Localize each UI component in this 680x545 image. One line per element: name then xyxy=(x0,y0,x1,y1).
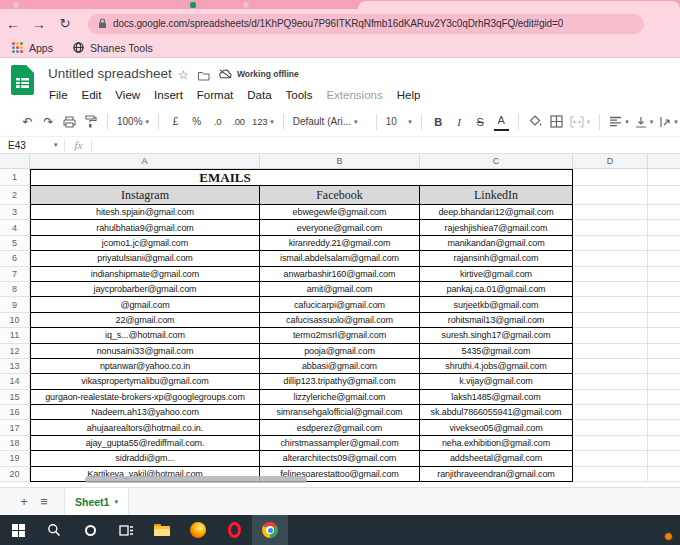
cell-d[interactable] xyxy=(573,420,648,435)
cell-e[interactable] xyxy=(648,451,680,466)
cell-instagram-email[interactable]: nonusaini33@gmail.com xyxy=(30,344,260,359)
add-sheet-button[interactable]: + xyxy=(14,494,34,509)
cell-instagram-email[interactable]: ahujaarealtors@hotmail.co.in. xyxy=(30,420,260,435)
emails-title-cell[interactable]: EMAILS xyxy=(30,169,573,186)
cell-d[interactable] xyxy=(573,251,648,266)
cell-e[interactable] xyxy=(648,359,680,374)
sheet-tab-sheet1[interactable]: Sheet1 ▾ xyxy=(64,488,129,516)
col-header-b[interactable]: B xyxy=(260,154,420,169)
row-number[interactable]: 3 xyxy=(0,205,30,220)
cell-linkedin-email[interactable]: pankaj.ca.01@gmail.com xyxy=(420,282,573,297)
row-number[interactable]: 2 xyxy=(0,186,30,205)
cell-linkedin-email[interactable]: neha.exhibition@gmail.com xyxy=(420,436,573,451)
star-icon[interactable]: ☆ xyxy=(178,68,189,82)
menu-edit[interactable]: Edit xyxy=(75,87,109,104)
cell-e[interactable] xyxy=(648,467,680,482)
redo-button[interactable]: ↷ xyxy=(41,113,56,131)
row-number[interactable]: 7 xyxy=(0,267,30,282)
menu-insert[interactable]: Insert xyxy=(147,87,190,104)
cell-facebook-email[interactable]: simransehgalofficial@gmail.com xyxy=(260,405,420,420)
cell-instagram-email[interactable]: vikaspropertymalibu@gmail.com xyxy=(30,374,260,389)
cell-facebook-email[interactable]: everyone@gmail.com xyxy=(260,220,420,235)
menu-help[interactable]: Help xyxy=(390,87,428,104)
row-number[interactable]: 15 xyxy=(0,390,30,405)
cell-linkedin-email[interactable]: kirtive@gmail.com xyxy=(420,267,573,282)
sheets-logo-icon[interactable] xyxy=(11,65,34,95)
cell-d[interactable] xyxy=(573,236,648,251)
taskbar-search-button[interactable] xyxy=(36,515,72,545)
cell-facebook-email[interactable]: ebwegewfe@gmail.com xyxy=(260,205,420,220)
firefox-button[interactable] xyxy=(180,515,216,545)
cell-linkedin-email[interactable]: laksh1485@gmail.com xyxy=(420,390,573,405)
decrease-decimal-button[interactable]: .0 xyxy=(210,113,225,131)
cell-linkedin-email[interactable]: rajansinh@gmail.com xyxy=(420,251,573,266)
cell-e[interactable] xyxy=(648,390,680,405)
cell-d[interactable] xyxy=(573,344,648,359)
undo-button[interactable]: ↶ xyxy=(20,113,35,131)
italic-button[interactable]: I xyxy=(452,113,467,131)
cell-instagram-email[interactable]: Nadeem.ah13@yahoo.com xyxy=(30,405,260,420)
cell-d[interactable] xyxy=(573,220,648,235)
cell-linkedin-email[interactable]: rohitsmail13@gmail.com xyxy=(420,313,573,328)
cell-instagram-email[interactable]: priyatulsiani@gmail.com xyxy=(30,251,260,266)
cell-linkedin-email[interactable]: shruthi.4.jobs@gmail.com xyxy=(420,359,573,374)
cell-d[interactable] xyxy=(573,359,648,374)
cell-linkedin-email[interactable]: sk.abdul7866055941@gmail.com xyxy=(420,405,573,420)
merge-cells-button[interactable]: ▾ xyxy=(570,113,591,131)
file-explorer-button[interactable] xyxy=(144,515,180,545)
currency-format-button[interactable]: £ xyxy=(168,113,183,131)
cell-e[interactable] xyxy=(648,374,680,389)
cell-e[interactable] xyxy=(648,205,680,220)
cell-instagram-email[interactable]: rahulbhatia9@gmail.com xyxy=(30,220,260,235)
increase-decimal-button[interactable]: .00 xyxy=(231,113,246,131)
header-linkedin[interactable]: LinkedIn xyxy=(420,186,573,205)
corner-box[interactable] xyxy=(0,154,30,169)
row-number[interactable]: 19 xyxy=(0,451,30,466)
task-view-button[interactable] xyxy=(108,515,144,545)
cell-facebook-email[interactable]: pooja@gmail.com xyxy=(260,344,420,359)
row-number[interactable]: 10 xyxy=(0,313,30,328)
header-instagram[interactable]: Instagram xyxy=(30,186,260,205)
cell-facebook-email[interactable]: termo2msrl@gmail.com xyxy=(260,328,420,343)
font-size-select[interactable]: 10▾ xyxy=(386,113,412,131)
horizontal-align-button[interactable]: ▾ xyxy=(609,113,629,131)
bookmark-shanes-tools[interactable]: Shanes Tools xyxy=(90,42,153,54)
cell-facebook-email[interactable]: cafucicarpi@gmail.com xyxy=(260,297,420,312)
cell-d[interactable] xyxy=(573,436,648,451)
move-folder-icon[interactable] xyxy=(198,71,210,81)
cell-e[interactable] xyxy=(648,328,680,343)
cell-linkedin-email[interactable]: vivekseo05@gmail.com xyxy=(420,420,573,435)
cell-d[interactable] xyxy=(573,328,648,343)
cell-e[interactable] xyxy=(648,436,680,451)
cell-linkedin-email[interactable]: deep.bhandari12@gmail.com xyxy=(420,205,573,220)
horizontal-scrollbar[interactable] xyxy=(85,476,307,483)
text-color-button[interactable]: A xyxy=(494,113,509,131)
cell-instagram-email[interactable]: @gmail.com xyxy=(30,297,260,312)
row-number[interactable]: 11 xyxy=(0,328,30,343)
cell-instagram-email[interactable]: nptanwar@yahoo.co.in xyxy=(30,359,260,374)
cell-instagram-email[interactable]: ajay_gupta55@rediffmail.com. xyxy=(30,436,260,451)
cell-instagram-email[interactable]: jaycprobarber@gmail.com xyxy=(30,282,260,297)
cell-d[interactable] xyxy=(573,186,648,205)
start-button[interactable] xyxy=(0,515,36,545)
apps-grid-icon[interactable] xyxy=(12,42,23,53)
cell-e[interactable] xyxy=(648,267,680,282)
spreadsheet-title[interactable]: Untitled spreadsheet xyxy=(48,66,172,81)
cell-e[interactable] xyxy=(648,169,680,186)
cell-e[interactable] xyxy=(648,313,680,328)
cell-d[interactable] xyxy=(573,405,648,420)
menu-file[interactable]: File xyxy=(42,87,75,104)
borders-button[interactable] xyxy=(549,113,564,131)
row-number[interactable]: 1 xyxy=(0,169,30,186)
name-box[interactable]: E43 xyxy=(0,140,52,151)
bookmark-apps[interactable]: Apps xyxy=(29,42,53,54)
col-header-d[interactable]: D xyxy=(573,154,648,169)
zoom-select[interactable]: 100%▾ xyxy=(117,113,149,131)
menu-view[interactable]: View xyxy=(108,87,147,104)
cell-d[interactable] xyxy=(573,374,648,389)
font-select[interactable]: Default (Ari...▾ xyxy=(293,113,367,131)
cell-d[interactable] xyxy=(573,169,648,186)
cell-d[interactable] xyxy=(573,267,648,282)
cell-instagram-email[interactable]: gurgaon-realestate-brokers-xp@googlegrou… xyxy=(30,390,260,405)
cell-linkedin-email[interactable]: surjeetkb@gmail.com xyxy=(420,297,573,312)
